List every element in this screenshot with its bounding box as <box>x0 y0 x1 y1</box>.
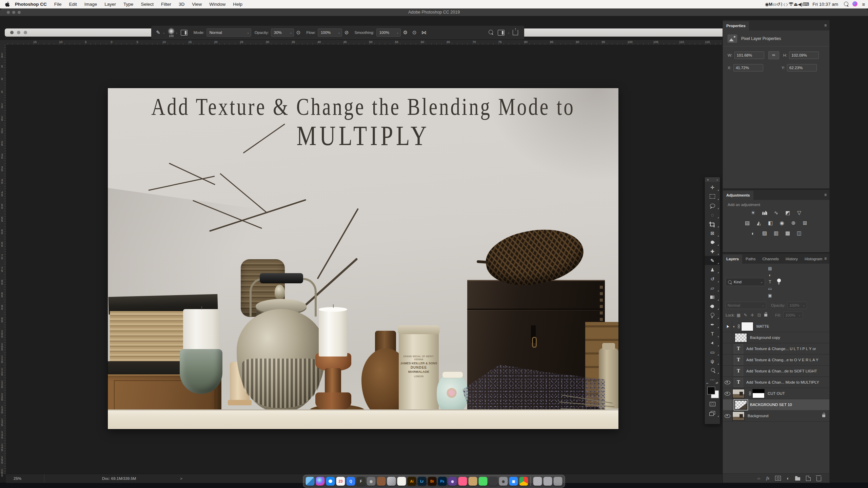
dock-folder[interactable] <box>469 477 477 486</box>
floating-close-button[interactable] <box>10 31 14 34</box>
menu-view[interactable]: View <box>188 2 205 7</box>
dock-pages[interactable] <box>397 477 406 486</box>
smoothing-select[interactable]: 100%⌄ <box>376 28 401 37</box>
smart-object-filter-icon[interactable]: ▣ <box>766 292 774 299</box>
crop-tool[interactable] <box>705 219 720 228</box>
eyedropper-tool[interactable] <box>705 238 720 247</box>
airbrush-icon[interactable]: ⊘ <box>344 29 349 36</box>
marquee-tool[interactable] <box>705 192 720 201</box>
layer-name[interactable]: MATTE <box>756 324 769 328</box>
layer-row[interactable]: ➤◐MATTE <box>723 321 829 332</box>
layers-opacity-select[interactable]: 100%⌄ <box>787 302 807 309</box>
adjustment-color-balance[interactable]: ◭ <box>754 219 763 227</box>
notification-center-icon[interactable]: ≡ <box>859 1 868 7</box>
adjustment-vibrance[interactable]: ▽ <box>795 209 804 217</box>
adjustment-hue-saturation[interactable]: ▤ <box>743 219 752 227</box>
dock-safari[interactable] <box>326 477 335 486</box>
dock-bridge[interactable]: Br <box>428 477 437 486</box>
size-pressure-icon[interactable]: ⊙ <box>412 29 417 36</box>
opacity-pressure-icon[interactable]: ⊙ <box>296 29 301 36</box>
default-colors-icon[interactable]: ▪▫ <box>706 382 708 385</box>
layer-row[interactable]: TAdd Texture & Change... U L T I P L Y o… <box>723 343 829 354</box>
adjustment-layer-filter-icon[interactable]: ◐ <box>766 272 774 279</box>
history-brush-tool[interactable]: ↺ <box>705 274 720 283</box>
tab-properties[interactable]: Properties <box>723 21 749 30</box>
flow-select[interactable]: 100%⌄ <box>318 28 342 37</box>
layer-name[interactable]: Add Texture & Chang...e to O V E R L A Y <box>746 358 818 362</box>
layer-visibility-cell[interactable] <box>723 343 732 354</box>
dock-minimized-window-1[interactable] <box>533 477 542 486</box>
layer-filter-toggle[interactable] <box>777 279 781 285</box>
dock-illustrator[interactable]: Ai <box>408 477 416 486</box>
dock-minimized-window-2[interactable] <box>544 477 552 486</box>
path-selection-tool[interactable]: ➤ <box>705 338 720 347</box>
screen-mode-button[interactable] <box>705 409 720 418</box>
type-layer-filter-icon[interactable]: T <box>766 279 774 285</box>
layers-blend-mode-select[interactable]: Normal⌄ <box>726 302 766 309</box>
link-layers-button[interactable]: ∞ <box>757 476 760 481</box>
sidecar-display-icon[interactable]: ▭ <box>772 2 776 7</box>
tab-channels[interactable]: Channels <box>759 255 783 264</box>
layer-visibility-cell[interactable] <box>723 366 732 377</box>
layer-row[interactable]: TAdd Texture & Chan...de to SOFT LIGHT <box>723 366 829 377</box>
status-chevron[interactable]: > <box>180 476 182 481</box>
brush-picker-chevron[interactable]: ⌄ <box>175 31 178 34</box>
screen-record-icon[interactable]: ◉ <box>765 2 769 7</box>
symmetry-icon[interactable]: ⋈ <box>421 29 427 36</box>
brush-preset-picker[interactable]: 100 <box>168 28 175 35</box>
pen-tool[interactable]: ✒ <box>705 320 720 329</box>
volume-icon[interactable]: ◀) <box>798 2 803 7</box>
tab-adjustments[interactable]: Adjustments <box>723 191 753 200</box>
properties-menu-icon[interactable]: ≡ <box>824 23 827 28</box>
brush-tool[interactable]: ✎ <box>705 256 720 265</box>
layer-visibility-cell[interactable] <box>723 399 732 410</box>
layer-row[interactable]: TAdd Texture & Chang...e to O V E R L A … <box>723 354 829 366</box>
layer-mask-thumbnail[interactable] <box>741 322 753 331</box>
layer-thumbnail[interactable] <box>735 400 747 409</box>
dock-chrome[interactable] <box>519 477 528 486</box>
dock-camera-app[interactable]: ◎ <box>367 477 376 486</box>
apple-menu-icon[interactable] <box>5 2 10 7</box>
adjustment-color-lookup[interactable]: ⊞ <box>801 219 809 227</box>
pixel-layer-filter-icon[interactable]: ▤ <box>766 265 774 272</box>
layer-name[interactable]: Background <box>748 414 768 418</box>
lock-artboard-icon[interactable]: ⊡ <box>757 313 761 318</box>
menu-app-name[interactable]: Photoshop CC <box>11 2 51 7</box>
fill-select[interactable]: 100%⌄ <box>783 311 803 319</box>
width-field[interactable]: 101.68% <box>734 52 764 59</box>
menu-filter[interactable]: Filter <box>157 2 175 7</box>
lock-position-icon[interactable]: ✛ <box>751 313 754 318</box>
menu-layer[interactable]: Layer <box>101 2 120 7</box>
workspace-chevron[interactable]: ⌄ <box>507 31 510 34</box>
lock-transparent-pixels-icon[interactable]: ▦ <box>737 313 741 318</box>
add-mask-button[interactable] <box>775 476 781 481</box>
menu-edit[interactable]: Edit <box>65 2 81 7</box>
delete-layer-button[interactable] <box>816 476 821 481</box>
dock-siri[interactable] <box>316 477 325 486</box>
malwarebytes-icon[interactable]: M <box>769 2 772 7</box>
dodge-tool[interactable] <box>705 311 720 320</box>
type-tool[interactable]: T <box>705 329 720 338</box>
hand-tool[interactable]: ψ <box>705 357 720 366</box>
swap-colors-icon[interactable]: ⇄ <box>715 381 718 385</box>
adjustment-posterize[interactable]: ▨ <box>760 229 769 237</box>
layer-row[interactable]: TAdd Texture & Chan... Mode to MULTIPLY <box>723 377 829 388</box>
quick-mask-button[interactable] <box>705 400 720 409</box>
blur-tool[interactable] <box>705 302 720 311</box>
floating-zoom-button[interactable] <box>24 31 27 34</box>
shape-tool[interactable]: ▭ <box>705 347 720 357</box>
dock-calendar[interactable]: 23 <box>336 477 345 486</box>
brush-settings-panel-toggle[interactable] <box>181 30 188 36</box>
dock-trash[interactable] <box>554 477 563 486</box>
dock-lightroom[interactable]: Lr <box>418 477 427 486</box>
adjustment-threshold[interactable]: ▥ <box>772 229 781 237</box>
new-adjustment-button[interactable]: ◐ <box>787 476 789 481</box>
adjustments-menu-icon[interactable]: ≡ <box>824 192 827 197</box>
layer-row[interactable]: Background copy <box>723 332 829 343</box>
adjustment-channel-mixer[interactable]: ⊛ <box>789 219 798 227</box>
adjustment-black-white[interactable]: ◧ <box>766 219 775 227</box>
floating-minimize-button[interactable] <box>17 31 20 34</box>
horizontal-ruler[interactable]: 1510505101520253035404550556065707580859… <box>6 40 722 45</box>
tools-close-icon[interactable]: ✕ <box>707 178 709 182</box>
dock-zoom-app[interactable]: ▣ <box>509 477 518 486</box>
